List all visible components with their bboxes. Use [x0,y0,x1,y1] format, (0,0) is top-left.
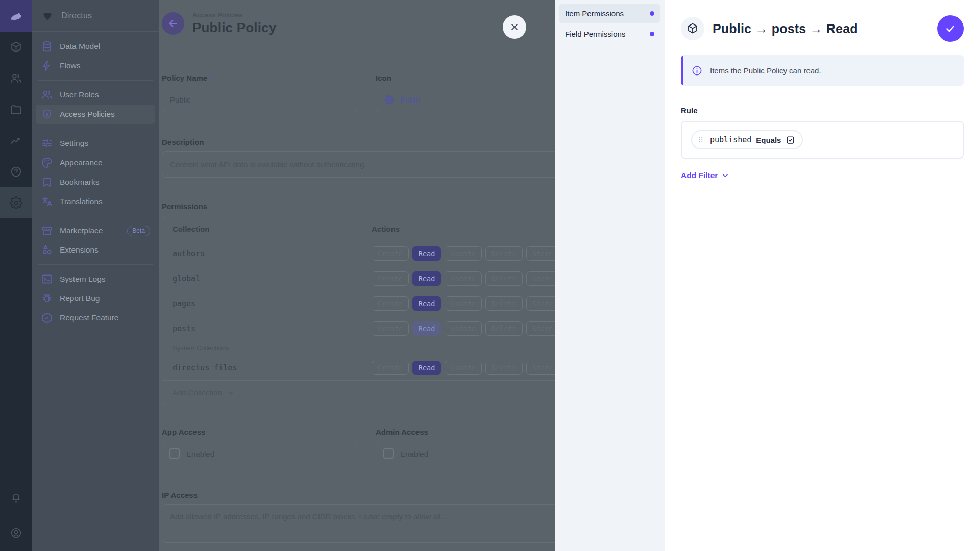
close-drawer-button[interactable] [503,15,526,39]
module-content-module-icon[interactable] [0,32,32,63]
create-permission-button[interactable]: Create [372,246,409,261]
sidebar-item-appearance[interactable]: Appearance [36,153,155,172]
update-permission-button[interactable]: Update [445,271,482,286]
sidebar-item-system-logs[interactable]: System Logs [36,269,155,289]
delete-permission-button[interactable]: Delete [485,361,523,375]
sidebar-item-user-roles[interactable]: User Roles [36,85,155,105]
tab-field-permissions[interactable]: Field Permissions [559,24,660,43]
sidebar-item-label: Request Feature [60,313,118,322]
sidebar-item-marketplace[interactable]: MarketplaceBeta [36,221,155,240]
drag-handle-icon[interactable] [696,135,705,144]
bug-icon [41,292,53,305]
admin-access-option-label: Enabled [400,449,428,458]
sidebar-item-extensions[interactable]: Extensions [36,240,155,260]
sidebar-item-bookmarks[interactable]: Bookmarks [36,172,155,192]
filter-field[interactable]: published [710,135,751,144]
ip-access-input[interactable]: Add allowed IP addresses, IP ranges and … [162,504,572,543]
check-icon [944,22,957,35]
nav-divider [38,129,153,129]
sidebar-item-access-policies[interactable]: Access Policies [36,105,155,124]
module-settings-module-icon[interactable] [0,187,32,218]
delete-permission-button[interactable]: Delete [485,296,523,311]
add-collection-button[interactable]: Add Collection [162,380,572,405]
module-list [0,32,32,218]
create-permission-button[interactable]: Create [372,271,409,286]
admin-access-checkbox[interactable] [383,448,394,459]
sidebar-item-label: Access Policies [60,110,115,119]
nav-list: Data Model Flows User Roles Access Polic… [32,32,159,328]
create-permission-button[interactable]: Create [372,321,409,336]
share-permission-button[interactable]: Share [526,246,559,261]
app-access-label: App Access [162,428,358,436]
icon-input[interactable]: Public [376,87,572,112]
module-bar [0,0,32,551]
database-icon [41,40,53,53]
notifications-button[interactable] [0,484,32,511]
user-roles-icon [41,89,53,101]
account-button[interactable] [0,519,32,546]
settings-module-icon [10,196,22,209]
sidebar-item-data-model[interactable]: Data Model [36,37,155,56]
filter-pill[interactable]: published Equals [691,130,803,149]
tab-label: Item Permissions [565,9,624,18]
sidebar-item-translations[interactable]: Translations [36,192,155,211]
policy-name-input[interactable]: Public [162,87,358,112]
tab-item-permissions[interactable]: Item Permissions [559,4,660,23]
read-permission-button[interactable]: Read [412,296,442,311]
delete-permission-button[interactable]: Delete [485,321,523,336]
add-filter-button[interactable]: Add Filter [681,171,730,180]
close-icon [509,21,520,33]
bell-icon [10,491,22,504]
project-header[interactable]: Directus [32,0,159,32]
save-button[interactable] [937,15,964,42]
update-permission-button[interactable]: Update [445,296,482,311]
module-bar-bottom [0,484,32,551]
share-permission-button[interactable]: Share [526,361,559,375]
share-permission-button[interactable]: Share [526,271,559,286]
update-permission-button[interactable]: Update [445,246,482,261]
sidebar-item-report-bug[interactable]: Report Bug [36,289,155,308]
permission-row-pages: pagesCreateReadUpdateDeleteShare [162,291,572,316]
permissions-table-header: Collection Actions [162,216,572,241]
read-permission-button[interactable]: Read [412,321,442,336]
share-permission-button[interactable]: Share [526,296,559,311]
create-permission-button[interactable]: Create [372,296,409,311]
update-permission-button[interactable]: Update [445,321,482,336]
read-permission-button[interactable]: Read [412,246,442,261]
checkbox-checked-icon[interactable] [786,135,795,145]
read-permission-button[interactable]: Read [412,361,442,375]
admin-access-field: Admin Access Enabled [376,428,572,466]
delete-permission-button[interactable]: Delete [485,246,523,261]
sidebar-item-flows[interactable]: Flows [36,56,155,76]
read-permission-button[interactable]: Read [412,271,442,286]
filter-operator[interactable]: Equals [756,136,781,144]
sidebar-item-label: Appearance [60,158,103,167]
share-permission-button[interactable]: Share [526,321,559,336]
module-help-module-icon[interactable] [0,156,32,187]
sidebar-item-settings[interactable]: Settings [36,134,155,153]
delete-permission-button[interactable]: Delete [485,271,523,286]
update-permission-button[interactable]: Update [445,361,482,375]
policy-name-label: Policy Name* [162,73,358,82]
module-insights-module-icon[interactable] [0,125,32,156]
module-users-module-icon[interactable] [0,63,32,94]
users-module-icon [10,72,22,85]
column-collection: Collection [173,224,372,233]
breadcrumb[interactable]: Access Policies [192,11,276,19]
description-input[interactable]: Controls what API data is available with… [162,151,572,178]
module-files-module-icon[interactable] [0,94,32,125]
collection-name: directus_files [173,363,237,372]
row-actions: CreateReadUpdateDeleteShare [372,361,559,375]
info-notice: Items the Public Policy can read. [681,55,964,86]
help-module-icon [10,165,22,178]
back-button[interactable] [162,12,184,35]
sidebar-item-label: User Roles [60,90,99,99]
permissions-table: Collection Actions authorsCreateReadUpda… [162,216,572,405]
content-module-icon [10,41,22,54]
sidebar-item-request-feature[interactable]: Request Feature [36,308,155,328]
directus-logo[interactable] [0,0,32,32]
system-collections-divider: System Collections [162,341,572,355]
create-permission-button[interactable]: Create [372,361,409,375]
app-access-checkbox[interactable] [169,448,180,459]
module-bar-divider [10,515,22,515]
